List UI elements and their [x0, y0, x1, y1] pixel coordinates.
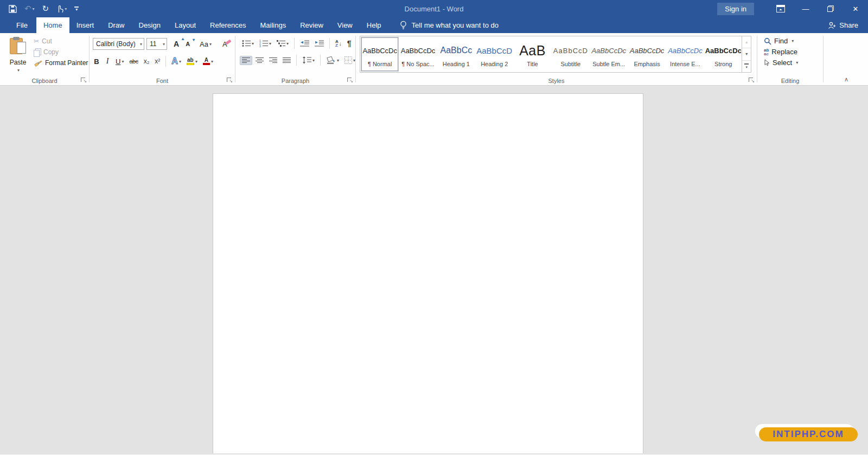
styles-group: AaBbCcDc ¶ Normal AaBbCcDc ¶ No Spac... … [356, 33, 757, 85]
close-button[interactable]: ✕ [843, 0, 868, 17]
undo-button[interactable]: ↶ ▾ [24, 4, 35, 14]
styles-dialog-launcher[interactable]: ↘ [748, 77, 755, 84]
style-subtle-emphasis[interactable]: AaBbCcDc Subtle Em... [590, 37, 627, 71]
styles-group-label: Styles [356, 78, 757, 84]
bullets-icon [242, 40, 251, 47]
separator [294, 38, 295, 49]
font-family-caret-icon: ▾ [140, 42, 142, 47]
font-group-label: Font [90, 78, 235, 84]
titlebar-right: Sign in — ✕ [717, 0, 868, 17]
styles-more-icon [744, 63, 749, 65]
increase-indent-button[interactable] [312, 38, 326, 49]
style-no-spacing[interactable]: AaBbCcDc ¶ No Spac... [399, 37, 436, 71]
italic-button[interactable]: I [103, 55, 112, 67]
tab-view[interactable]: View [330, 17, 360, 33]
redo-button[interactable]: ↻ [42, 4, 49, 14]
styles-more-button[interactable]: ▾ [742, 61, 751, 72]
line-spacing-button[interactable]: ▾ [300, 55, 317, 66]
decrease-font-size-button[interactable]: A ▾ [183, 39, 192, 49]
paragraph-row-1: ▾ 123 ▾ ▾ [240, 37, 354, 49]
font-size-combobox[interactable]: 11 ▾ [146, 38, 167, 50]
increase-font-size-button[interactable]: A ▴ [171, 38, 181, 50]
tab-draw[interactable]: Draw [101, 17, 131, 33]
format-painter-button[interactable]: Format Painter [34, 59, 88, 67]
numbering-button[interactable]: 123 ▾ [257, 38, 273, 49]
word-window: ↶ ▾ ↻ ▾ ▾ Document1 - Word Sign in [0, 0, 868, 455]
titlebar: ↶ ▾ ↻ ▾ ▾ Document1 - Word Sign in [0, 0, 868, 17]
tab-layout[interactable]: Layout [168, 17, 203, 33]
share-button[interactable]: Share [828, 17, 858, 33]
styles-scroll-down-button[interactable]: ▼ [742, 48, 751, 60]
copy-button[interactable]: Copy [34, 48, 88, 56]
text-effects-icon: A [171, 56, 178, 66]
ribbon-tab-row: File Home Insert Draw Design Layout Refe… [0, 17, 868, 33]
underline-button[interactable]: U ▾ [113, 56, 126, 67]
style-strong[interactable]: AaBbCcDc Strong [705, 37, 742, 71]
touch-mouse-mode-button[interactable]: ▾ [56, 4, 67, 13]
find-button[interactable]: Find ▾ [764, 37, 798, 45]
tell-me-search[interactable]: Tell me what you want to do [399, 17, 499, 33]
minimize-button[interactable]: — [793, 0, 818, 17]
touch-mode-caret-icon: ▾ [65, 7, 67, 11]
cut-button[interactable]: ✂ Cut [34, 37, 88, 45]
style-normal[interactable]: AaBbCcDc ¶ Normal [361, 37, 398, 71]
style-subtitle[interactable]: AaBbCcD Subtitle [552, 37, 589, 71]
align-center-button[interactable] [253, 56, 266, 65]
text-highlight-color-button[interactable]: ab ▾ [184, 56, 200, 67]
shading-button[interactable]: ▾ [324, 55, 341, 66]
tab-insert[interactable]: Insert [69, 17, 101, 33]
style-emphasis[interactable]: AaBbCcDc Emphasis [628, 37, 665, 71]
tab-mailings[interactable]: Mailings [253, 17, 293, 33]
tab-references[interactable]: References [203, 17, 253, 33]
clipboard-dialog-launcher[interactable]: ↘ [80, 77, 87, 84]
lightbulb-icon [399, 21, 407, 30]
document-page[interactable] [213, 93, 643, 455]
superscript-button[interactable]: x² [152, 56, 162, 67]
strikethrough-button[interactable]: abc [127, 56, 140, 66]
decrease-indent-button[interactable] [298, 38, 311, 49]
clipboard-group: Paste ▾ ✂ Cut Copy [0, 33, 89, 85]
tab-review[interactable]: Review [293, 17, 330, 33]
multilevel-list-button[interactable]: ▾ [275, 38, 291, 49]
select-button[interactable]: Select ▾ [764, 59, 798, 67]
font-dialog-launcher[interactable]: ↘ [226, 77, 233, 84]
align-left-icon [242, 57, 250, 63]
font-color-button[interactable]: A ▾ [201, 56, 215, 67]
line-spacing-icon [302, 56, 311, 64]
customize-qat-button[interactable]: ▾ [74, 7, 79, 11]
paste-button[interactable]: Paste ▾ [4, 36, 31, 81]
undo-icon: ↶ [24, 4, 31, 14]
show-hide-formatting-button[interactable]: ¶ [345, 37, 354, 49]
tab-home[interactable]: Home [36, 17, 69, 33]
style-intense-emphasis[interactable]: AaBbCcDc Intense E... [667, 37, 704, 71]
justify-button[interactable] [280, 56, 293, 65]
group-separator [823, 36, 824, 82]
increase-indent-icon [315, 40, 324, 47]
styles-scroll-up-button[interactable]: ▲ [742, 36, 751, 48]
tab-file[interactable]: File [8, 17, 36, 33]
paragraph-dialog-launcher[interactable]: ↘ [347, 77, 353, 84]
text-effects-button[interactable]: A ▾ [169, 55, 183, 68]
style-heading-2[interactable]: AaBbCcD Heading 2 [476, 37, 513, 71]
ribbon-display-options-button[interactable] [768, 0, 793, 17]
bullets-button[interactable]: ▾ [240, 38, 256, 49]
save-button[interactable] [9, 5, 17, 13]
clipboard-commands: ✂ Cut Copy Format Painter [34, 37, 88, 67]
sign-in-button[interactable]: Sign in [717, 3, 754, 15]
align-left-button[interactable] [240, 56, 252, 65]
bold-button[interactable]: B [92, 56, 101, 67]
style-heading-1[interactable]: AaBbCc Heading 1 [438, 37, 475, 71]
subscript-button[interactable]: x₂ [142, 56, 152, 67]
tab-help[interactable]: Help [360, 17, 388, 33]
borders-icon [344, 56, 352, 64]
change-case-button[interactable]: Aa ▾ [197, 39, 214, 50]
tab-design[interactable]: Design [132, 17, 168, 33]
align-right-button[interactable] [267, 56, 279, 65]
collapse-ribbon-button[interactable]: ∧ [844, 76, 848, 83]
style-title[interactable]: AaB Title [514, 37, 551, 71]
replace-button[interactable]: ab ac Replace [764, 48, 798, 56]
clear-formatting-button[interactable]: A [220, 39, 233, 50]
font-family-combobox[interactable]: Calibri (Body) ▾ [93, 38, 144, 50]
sort-button[interactable]: A Z ↓ [333, 38, 344, 49]
restore-button[interactable] [818, 0, 843, 17]
